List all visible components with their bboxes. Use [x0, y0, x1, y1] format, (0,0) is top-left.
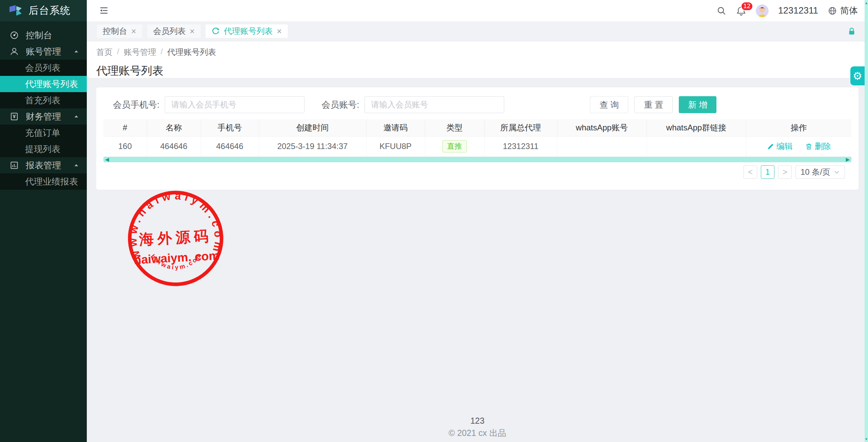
- page-size-select[interactable]: 10 条/页: [795, 165, 845, 179]
- page-title: 代理账号列表: [96, 63, 868, 79]
- phone-label: 会员手机号:: [113, 99, 159, 111]
- watermark-stamp: www.haiwaiym.com 海外源码 haiwaiym. com haiw…: [124, 187, 227, 290]
- sidebar-item-label: 会员列表: [25, 62, 60, 74]
- language-switcher[interactable]: 简体: [828, 5, 858, 17]
- logo: 后台系统: [0, 0, 87, 21]
- sidebar-item-label: 代理业绩报表: [25, 176, 78, 188]
- breadcrumb-home[interactable]: 首页: [96, 47, 113, 58]
- scroll-down-icon[interactable]: ▼: [865, 437, 868, 441]
- tab-member-list[interactable]: 会员列表 ×: [147, 24, 201, 38]
- scroll-right-icon[interactable]: ▶: [846, 157, 850, 162]
- add-button[interactable]: 新 增: [679, 96, 716, 113]
- sidebar-item-dashboard[interactable]: 控制台: [0, 27, 87, 43]
- sidebar-item-label: 首充列表: [25, 94, 60, 106]
- tab-label: 控制台: [103, 26, 127, 37]
- lock-icon[interactable]: [847, 27, 856, 36]
- breadcrumb: 首页 / 账号管理 / 代理账号列表: [96, 47, 868, 58]
- cell-type: 直推: [425, 136, 484, 156]
- username[interactable]: 12312311: [778, 5, 818, 16]
- cell-created: 2025-3-19 11:34:37: [259, 136, 366, 156]
- cell-name: 464646: [147, 136, 201, 156]
- search-button[interactable]: 查 询: [590, 96, 628, 113]
- chevron-down-icon: [834, 169, 840, 175]
- table-wrapper: # 名称 手机号 创建时间 邀请码 类型 所属总代理 whatsApp账号 wh…: [103, 119, 851, 157]
- account-input[interactable]: [364, 96, 504, 113]
- tab-agent-list[interactable]: 代理账号列表 ×: [205, 24, 288, 38]
- col-type: 类型: [425, 119, 484, 136]
- tab-dashboard[interactable]: 控制台 ×: [96, 24, 143, 38]
- header-right: 12 12312311 简体: [716, 0, 858, 21]
- sidebar-item-label: 控制台: [26, 29, 52, 41]
- avatar[interactable]: [756, 4, 769, 17]
- sidebar-group-report[interactable]: 报表管理: [0, 157, 87, 173]
- close-icon[interactable]: ×: [277, 27, 282, 36]
- cell-actions: 编辑 删除: [746, 136, 851, 156]
- page-1-button[interactable]: 1: [761, 165, 774, 179]
- settings-gear-button[interactable]: ⚙: [850, 66, 865, 85]
- search-icon[interactable]: [716, 6, 727, 16]
- reset-button[interactable]: 重 置: [634, 96, 673, 113]
- menu-fold-icon[interactable]: [98, 5, 109, 16]
- close-icon[interactable]: ×: [131, 27, 136, 36]
- scroll-up-icon[interactable]: ▲: [865, 1, 868, 5]
- col-agent: 所属总代理: [484, 119, 557, 136]
- horizontal-scrollbar[interactable]: ◀ ▶: [103, 157, 851, 162]
- edit-label: 编辑: [776, 141, 793, 152]
- cell-agent: 12312311: [484, 136, 557, 156]
- filter-row: 会员手机号: 会员账号: 查 询 重 置 新 增: [96, 87, 859, 113]
- sync-icon[interactable]: [212, 27, 220, 35]
- sidebar-item-member-list[interactable]: 会员列表: [0, 60, 87, 76]
- edit-button[interactable]: 编辑: [767, 141, 793, 152]
- vertical-scrollbar[interactable]: ▲ ▼: [865, 0, 868, 442]
- next-page-button[interactable]: >: [778, 165, 792, 179]
- cell-index: 160: [103, 136, 147, 156]
- sidebar-item-first-charge[interactable]: 首充列表: [0, 92, 87, 108]
- sidebar-group-finance[interactable]: 财务管理: [0, 108, 87, 125]
- agent-table: # 名称 手机号 创建时间 邀请码 类型 所属总代理 whatsApp账号 wh…: [103, 119, 851, 157]
- submenu-report: 代理业绩报表: [0, 173, 87, 190]
- col-whatsapp: whatsApp账号: [557, 119, 647, 136]
- chevron-up-icon: [73, 48, 79, 55]
- sidebar-item-recharge-orders[interactable]: 充值订单: [0, 125, 87, 141]
- close-icon[interactable]: ×: [190, 27, 195, 36]
- table-header-row: # 名称 手机号 创建时间 邀请码 类型 所属总代理 whatsApp账号 wh…: [103, 119, 851, 136]
- sidebar-item-label: 充值订单: [25, 127, 60, 139]
- breadcrumb-current: 代理账号列表: [167, 47, 216, 58]
- sidebar-item-withdraw-list[interactable]: 提现列表: [0, 141, 87, 157]
- cell-phone: 464646: [201, 136, 259, 156]
- sidebar-item-agent-report[interactable]: 代理业绩报表: [0, 173, 87, 190]
- delete-label: 删除: [815, 141, 831, 152]
- tab-label: 代理账号列表: [224, 26, 273, 37]
- page-head: 首页 / 账号管理 / 代理账号列表 代理账号列表: [87, 41, 868, 78]
- scroll-left-icon[interactable]: ◀: [105, 157, 109, 162]
- top-header: 12 12312311 简体: [87, 0, 868, 21]
- delete-button[interactable]: 删除: [805, 141, 831, 152]
- gear-icon: ⚙: [853, 70, 862, 82]
- tab-label: 会员列表: [153, 26, 186, 37]
- sidebar-item-agent-list[interactable]: 代理账号列表: [0, 76, 87, 92]
- breadcrumb-separator: /: [161, 47, 163, 58]
- notifications-button[interactable]: 12: [736, 6, 746, 16]
- filter-buttons: 查 询 重 置 新 增: [590, 96, 716, 113]
- globe-icon: [828, 6, 837, 16]
- user-icon: [9, 47, 20, 56]
- sidebar: 后台系统 控制台 账号管理 会员列表: [0, 0, 87, 442]
- chevron-up-icon: [73, 162, 79, 168]
- phone-input[interactable]: [165, 96, 304, 113]
- sidebar-group-account[interactable]: 账号管理: [0, 43, 87, 60]
- submenu-account: 会员列表 代理账号列表 首充列表: [0, 60, 87, 108]
- report-icon: [9, 161, 20, 170]
- col-invite: 邀请码: [366, 119, 425, 136]
- account-label: 会员账号:: [321, 99, 359, 111]
- type-tag: 直推: [442, 140, 467, 152]
- breadcrumb-separator: /: [117, 47, 119, 58]
- chevron-up-icon: [73, 113, 79, 120]
- col-whatsapp-group: whatsApp群链接: [647, 119, 746, 136]
- content-card: 会员手机号: 会员账号: 查 询 重 置 新 增 # 名称 手机号 创建时间: [96, 87, 859, 190]
- logo-icon: [8, 4, 23, 18]
- sidebar-group-label: 报表管理: [26, 160, 61, 171]
- trash-icon: [805, 143, 813, 150]
- breadcrumb-account[interactable]: 账号管理: [124, 47, 156, 58]
- sidebar-group-label: 财务管理: [26, 111, 61, 123]
- prev-page-button[interactable]: <: [744, 165, 757, 179]
